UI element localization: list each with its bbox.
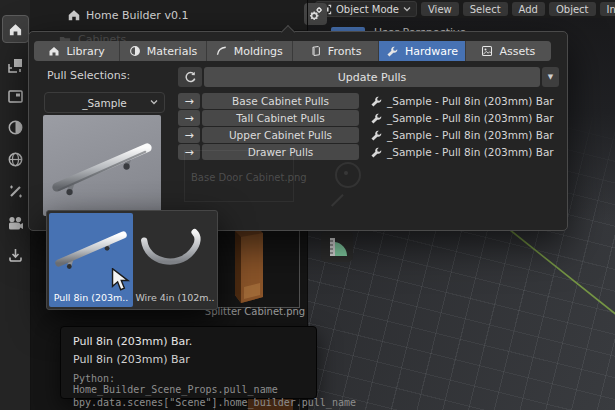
workspace-toolbar (0, 0, 31, 410)
bar-pull-thumbnail (49, 213, 133, 285)
measure-tool-button[interactable] (321, 231, 353, 262)
tall-cabinet-pulls-button[interactable]: Tall Cabinet Pulls (202, 110, 359, 126)
tab-label: Fronts (328, 45, 362, 58)
wrench-icon (370, 112, 383, 125)
download-icon[interactable] (7, 247, 24, 264)
panel-icon[interactable] (7, 88, 24, 105)
cabinet-thumbnail-image (217, 223, 299, 307)
pull-gallery-popup: Pull 8in (203m.. Wire 4in (102m.. (46, 210, 218, 310)
select-box-icon[interactable] (7, 57, 24, 74)
wrench-icon (370, 146, 383, 159)
base-pull-value: _Sample - Pull 8in (203mm) Bar (387, 95, 554, 107)
tab-assets[interactable]: Assets (466, 41, 551, 61)
tab-moldings[interactable]: Moldings (207, 41, 293, 61)
tooltip-python-label: Python: Home_Builder_Scene_Props.pull_na… (73, 373, 304, 395)
blender-window: User Perspective Object Mode (0, 0, 615, 410)
gallery-item-label: Wire 4in (102m.. (133, 292, 217, 303)
tab-hardware[interactable]: Hardware (379, 41, 465, 61)
wrench-icon (386, 45, 399, 58)
pull-preview-image[interactable] (43, 115, 161, 216)
dropdown-arrow-button[interactable]: ▼ (542, 67, 559, 87)
home-icon (67, 8, 81, 22)
apply-upper-pulls-button[interactable]: → (178, 127, 200, 143)
base-cabinet-pulls-button[interactable]: Base Cabinet Pulls (202, 93, 359, 109)
upper-pull-value: _Sample - Pull 8in (203mm) Bar (387, 129, 554, 141)
gallery-item-bar-pull[interactable]: Pull 8in (203m.. (49, 213, 133, 307)
refresh-button[interactable] (178, 67, 202, 87)
magic-wand-icon[interactable] (7, 183, 24, 200)
tab-label: Hardware (405, 45, 458, 58)
material-sphere-icon[interactable] (7, 119, 24, 136)
menu-view[interactable]: View (421, 2, 459, 16)
curve-icon (216, 45, 228, 57)
chevron-down-icon (403, 6, 411, 12)
gallery-item-wire-pull[interactable]: Wire 4in (102m.. (133, 213, 217, 307)
menu-add[interactable]: Add (512, 2, 545, 16)
mode-dropdown-label: Object Mode (336, 4, 399, 15)
sidebar-item-home[interactable] (2, 15, 29, 43)
tooltip-subtitle: Pull 8in (203mm) Bar (73, 353, 304, 366)
upper-cabinet-pulls-button[interactable]: Upper Cabinet Pulls (202, 127, 359, 143)
tab-label: Library (66, 45, 104, 58)
home-builder-header: Home Builder v0.1 (30, 0, 308, 30)
chevron-down-icon (150, 99, 158, 105)
tab-label: Moldings (234, 45, 283, 58)
material-icon (129, 45, 141, 57)
tooltip: Pull 8in (203mm) Bar. Pull 8in (203mm) B… (60, 326, 317, 399)
tab-fronts[interactable]: Fronts (293, 41, 379, 61)
ghost-thumbnail-label: Base Door Cabinet.png (191, 172, 307, 183)
gallery-item-label: Pull 8in (203m.. (49, 292, 133, 303)
asset-thumbnail[interactable] (216, 222, 300, 308)
image-icon (481, 45, 493, 57)
panel-front-icon (310, 45, 322, 57)
bar-pull-image (43, 115, 161, 216)
pull-selections-label: Pull Selections: (47, 69, 130, 82)
gears-icon (308, 6, 324, 22)
viewport-header: Object Mode View Select Add Object Inter… (308, 0, 615, 18)
apply-base-pulls-button[interactable]: → (178, 93, 200, 109)
update-pulls-button[interactable]: Update Pulls (204, 67, 540, 87)
world-globe-icon[interactable] (7, 151, 24, 168)
tab-label: Assets (499, 45, 535, 58)
wire-pull-thumbnail (133, 213, 217, 285)
sample-dropdown-value: _Sample (82, 97, 127, 109)
wrench-icon (370, 129, 383, 142)
library-tabs: Library Materials Moldings (34, 41, 551, 61)
panel-title: Home Builder v0.1 (86, 9, 188, 22)
apply-tall-pulls-button[interactable]: → (178, 110, 200, 126)
tab-materials[interactable]: Materials (120, 41, 206, 61)
drawer-pull-value: _Sample - Pull 8in (203mm) Bar (387, 146, 554, 158)
home-builder-popup: Cabinets ⌄ Library Materials (28, 31, 568, 231)
refresh-icon (184, 71, 197, 84)
tooltip-title: Pull 8in (203mm) Bar. (73, 335, 304, 348)
home-icon (48, 45, 60, 57)
ghost-gizmo-icon (335, 162, 361, 188)
camera-icon[interactable] (7, 215, 24, 232)
menu-object[interactable]: Object (549, 2, 596, 16)
home-icon (8, 22, 23, 37)
sample-dropdown[interactable]: _Sample (44, 92, 165, 113)
wrench-icon (370, 95, 383, 108)
tab-library[interactable]: Library (34, 41, 120, 61)
protractor-icon (326, 236, 348, 258)
menu-interface[interactable]: Interface (600, 2, 615, 16)
tall-pull-value: _Sample - Pull 8in (203mm) Bar (387, 112, 554, 124)
tooltip-python-path: bpy.data.scenes["Scene"].home_builder.pu… (73, 397, 304, 408)
tab-label: Materials (147, 45, 197, 58)
menu-select[interactable]: Select (463, 2, 508, 16)
ghost-annotate-icon (331, 194, 355, 218)
mode-dropdown[interactable]: Object Mode (315, 1, 417, 17)
